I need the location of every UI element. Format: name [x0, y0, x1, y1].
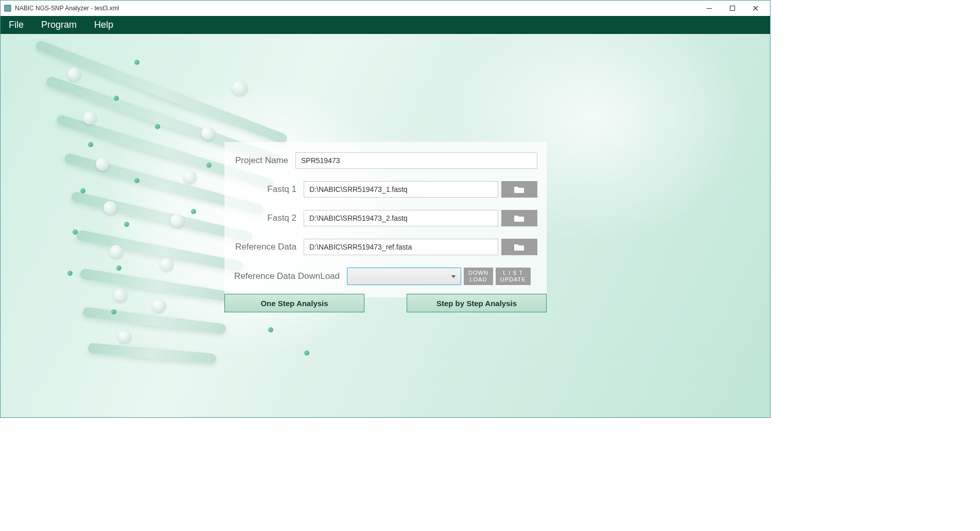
- svg-rect-0: [5, 5, 11, 11]
- app-icon: [4, 4, 12, 12]
- step-by-step-analysis-button[interactable]: Step by Step Analysis: [407, 294, 547, 312]
- svg-rect-2: [730, 6, 734, 11]
- reference-data-browse-button[interactable]: [501, 239, 537, 255]
- menu-program[interactable]: Program: [37, 17, 81, 32]
- reference-data-label: Reference Data: [232, 242, 304, 252]
- close-button[interactable]: [744, 1, 767, 16]
- menu-file[interactable]: File: [5, 17, 28, 32]
- folder-icon: [514, 185, 525, 193]
- minimize-icon: [706, 5, 712, 11]
- reference-download-combo[interactable]: [347, 268, 461, 285]
- one-step-analysis-button[interactable]: One Step Analysis: [224, 294, 364, 312]
- app-window: NABIC NGS-SNP Analyzer - test3.xml File …: [0, 0, 771, 418]
- project-name-input[interactable]: [295, 152, 537, 169]
- row-fastq2: Fastq 2: [232, 210, 537, 226]
- download-button[interactable]: DOWN LOAD: [464, 268, 493, 285]
- reference-download-label: Reference Data DownLoad: [232, 271, 347, 281]
- menubar: File Program Help: [1, 16, 770, 34]
- maximize-button[interactable]: [721, 1, 744, 16]
- fastq2-input[interactable]: [304, 210, 498, 226]
- menu-help[interactable]: Help: [90, 17, 117, 32]
- row-reference-data: Reference Data: [232, 239, 537, 255]
- fastq2-label: Fastq 2: [232, 213, 304, 223]
- maximize-icon: [729, 5, 736, 11]
- fastq1-browse-button[interactable]: [501, 181, 537, 198]
- list-update-button[interactable]: L I S T UPDATE: [496, 268, 531, 285]
- folder-icon: [514, 214, 525, 222]
- svg-rect-1: [707, 8, 712, 9]
- form-panel: Project Name Fastq 1 Fastq 2 Reference D…: [224, 142, 547, 297]
- minimize-button[interactable]: [697, 1, 721, 16]
- window-title: NABIC NGS-SNP Analyzer - test3.xml: [15, 5, 119, 12]
- row-reference-download: Reference Data DownLoad DOWN LOAD L I S …: [232, 268, 537, 285]
- action-row: One Step Analysis Step by Step Analysis: [224, 294, 547, 312]
- fastq1-input[interactable]: [304, 181, 498, 198]
- project-name-label: Project Name: [232, 155, 295, 166]
- titlebar: NABIC NGS-SNP Analyzer - test3.xml: [1, 1, 770, 16]
- folder-icon: [514, 243, 525, 251]
- row-project-name: Project Name: [232, 152, 537, 169]
- close-icon: [752, 5, 759, 11]
- fastq2-browse-button[interactable]: [501, 210, 537, 226]
- reference-data-input[interactable]: [304, 239, 498, 255]
- fastq1-label: Fastq 1: [232, 184, 304, 194]
- row-fastq1: Fastq 1: [232, 181, 537, 198]
- content-area: Project Name Fastq 1 Fastq 2 Reference D…: [1, 34, 770, 417]
